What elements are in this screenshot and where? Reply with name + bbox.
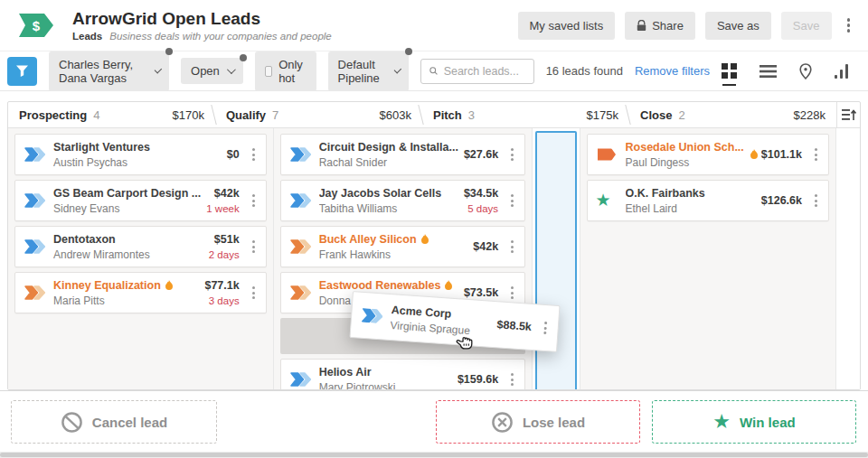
grabbing-cursor-icon [453,329,476,356]
lead-person: Paul Dingess [626,156,744,169]
horizontal-scrollbar[interactable] [0,452,868,458]
search-icon [429,65,438,77]
hot-flame-icon [750,149,759,160]
owner-filter-dropdown[interactable]: Charles Berry, Dana Vargas [49,51,169,91]
lead-card[interactable]: Circuit Design & Installa... Rachal Snid… [280,134,525,175]
lead-age: 2 days [209,249,240,260]
lead-person: Austin Psychas [53,156,222,169]
lead-card[interactable]: GS Beam Carport Design ... Sidney Evans … [14,180,267,221]
lead-value: $73.5k [464,286,498,299]
filter-button[interactable] [7,57,37,86]
my-saved-lists-button[interactable]: My saved lists [518,12,616,40]
column-close: Rosedale Union Sch... Paul Dingess $101.… [580,128,836,390]
win-lead-dropzone[interactable]: ★ Win lead [652,400,856,444]
lead-label-blue-icon [24,147,46,162]
search-box[interactable] [420,59,534,84]
lead-age: 5 days [464,203,498,214]
card-menu-button[interactable] [505,369,519,389]
sort-button[interactable] [836,102,860,127]
leads-badge-icon: $ [16,11,56,40]
lead-card[interactable]: Jay Jacobs Solar Cells Tabitha Williams … [280,180,525,221]
app-header: $ ArrowGrid Open Leads LeadsBusiness dea… [0,0,868,51]
column-total: $228k [794,108,826,122]
sort-icon [842,108,856,121]
lead-value: $51k [209,233,240,246]
lead-person: Andrew Miramontes [53,248,203,261]
remove-filters-link[interactable]: Remove filters [635,64,710,78]
filter-active-dot [240,54,247,61]
funnel-icon [15,64,29,78]
lead-label-blue-icon [361,308,384,324]
save-button[interactable]: Save [781,12,832,40]
lead-card[interactable]: Buck Alley Silicon Frank Hawkins $42k [280,226,525,267]
share-button[interactable]: Share [625,12,695,40]
column-header-prospecting[interactable]: Prospecting4 $170k [8,102,215,127]
lead-label-blue-icon [289,372,312,387]
list-icon [760,65,777,78]
lead-title: Circuit Design & Installa... [319,141,458,154]
cancel-icon [61,411,83,434]
column-header-qualify[interactable]: Qualify7 $603k [215,102,422,127]
lead-value: $42k [473,240,498,253]
lead-card[interactable]: ★ O.K. Fairbanks Ethel Laird $126.6k [587,180,829,221]
lead-card[interactable]: Kinney Equalization Maria Pitts $77.1k 3… [14,272,267,313]
lead-title: Jay Jacobs Solar Cells [319,187,458,200]
card-menu-button[interactable] [809,191,823,210]
search-input[interactable] [444,65,525,78]
lead-value: $88.5k [496,318,532,333]
pipeline-filter-dropdown[interactable]: Default Pipeline [328,51,409,91]
lead-card[interactable]: Helios Air Mary Piotrowski $159.6k [280,359,525,390]
board-body: Starlight Ventures Austin Psychas $0 GS … [8,128,860,390]
column-header-pitch[interactable]: Pitch3 $175k [422,102,629,127]
grid-icon [722,63,737,79]
bar-chart-icon [835,64,850,79]
lead-card[interactable]: Rosedale Union Sch... Paul Dingess $101.… [587,134,829,175]
card-menu-button[interactable] [505,145,519,164]
lead-person: Mary Piotrowski [319,381,452,391]
column-qualify: Circuit Design & Installa... Rachal Snid… [274,128,533,390]
lead-card[interactable]: Starlight Ventures Austin Psychas $0 [14,134,267,175]
scrollbar-thumb[interactable] [0,453,868,457]
map-pin-icon [799,63,812,79]
map-view-button[interactable] [799,61,812,81]
only-hot-checkbox[interactable] [265,66,272,77]
lead-value: $77.1k [204,279,239,292]
lead-person: Sidney Evans [53,202,201,215]
card-menu-button[interactable] [247,283,260,303]
lead-age: 1 week [206,203,239,214]
card-menu-button[interactable] [247,145,260,164]
card-menu-button[interactable] [505,283,519,303]
lose-icon [491,411,514,434]
card-menu-button[interactable] [247,237,260,257]
card-menu-button[interactable] [247,191,260,210]
svg-text:$: $ [33,18,41,33]
card-menu-button[interactable] [505,191,519,210]
kanban-view-button[interactable] [722,61,737,81]
filter-active-dot [405,48,412,55]
save-as-button[interactable]: Save as [705,12,771,40]
list-view-button[interactable] [760,61,777,81]
sort-gutter [836,128,860,390]
card-menu-button[interactable] [538,318,552,339]
lead-card[interactable]: Dentotaxon Andrew Miramontes $51k 2 days [14,226,267,267]
chevron-down-icon [394,66,401,73]
section-label: Leads [72,31,102,42]
card-menu-button[interactable] [809,145,823,164]
lead-value: $27.6k [464,148,498,161]
column-prospecting: Starlight Ventures Austin Psychas $0 GS … [8,128,274,390]
only-hot-toggle[interactable]: Only hot [255,51,316,91]
cancel-lead-dropzone[interactable]: Cancel lead [11,400,217,444]
lead-label-orange-solid-icon [596,147,618,162]
stats-view-button[interactable] [835,61,850,81]
drag-action-bar: Cancel lead Lose lead ★ Win lead [0,390,868,452]
lead-person: Maria Pitts [53,294,199,307]
column-header-close[interactable]: Close2 $228k [629,102,836,127]
header-menu-button[interactable] [842,14,856,36]
lead-label-blue-icon [289,193,312,208]
status-filter-dropdown[interactable]: Open [181,58,243,84]
lead-label-orange-icon [289,239,312,254]
card-menu-button[interactable] [505,237,519,257]
filter-active-dot [165,48,173,55]
lead-value: $159.6k [458,373,498,386]
lose-lead-dropzone[interactable]: Lose lead [436,400,640,444]
